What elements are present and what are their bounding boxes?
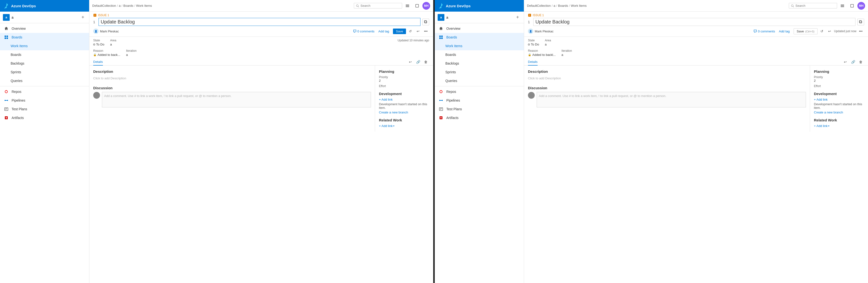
history-button-left[interactable]: ↩ [407, 59, 414, 65]
sidebar-item-repos-left[interactable]: Repos [0, 87, 89, 96]
add-related-link-button-left[interactable]: + Add link ▾ [379, 124, 394, 128]
more-button-left[interactable]: ••• [423, 28, 429, 35]
org-avatar-left[interactable]: a [3, 14, 10, 21]
iteration-value-right[interactable]: a [561, 53, 563, 57]
iteration-value-left[interactable]: a [126, 53, 128, 57]
sidebar-item-queries-right[interactable]: Queries [435, 77, 524, 85]
sidebar-item-boards-right[interactable]: Boards [435, 33, 524, 41]
state-value-right[interactable]: To Do [531, 43, 539, 46]
delete-button-left[interactable]: 🗑 [423, 59, 429, 65]
create-branch-link-left[interactable]: Create a new branch [379, 111, 408, 114]
sidebar-item-backlogs-left[interactable]: Backlogs [0, 59, 89, 68]
comment-input-left[interactable]: Add a comment. Use # to link a work item… [102, 92, 371, 107]
user-avatar-right[interactable]: MH [857, 2, 865, 10]
details-tab-left[interactable]: Details [93, 59, 103, 65]
add-project-button-left[interactable]: + [80, 14, 86, 21]
comments-link-left[interactable]: 0 comments [353, 29, 375, 33]
list-view-button-right[interactable] [838, 1, 847, 10]
breadcrumb-boards-left[interactable]: Boards [123, 4, 133, 7]
state-dot-left [93, 44, 95, 46]
right-col-left: Planning Priority 2 Effort Development +… [375, 65, 433, 132]
field-state-right: State To Do [528, 39, 539, 46]
copy-link-button-right[interactable] [857, 19, 864, 25]
add-project-button-right[interactable]: + [514, 14, 521, 21]
discussion-title-left: Discussion [93, 86, 371, 90]
create-branch-link-right[interactable]: Create a new branch [814, 111, 843, 114]
issue-title-input-right[interactable] [533, 18, 856, 26]
save-button-right[interactable]: Save (Ctrl+S) [794, 28, 817, 34]
user-avatar-left[interactable]: MH [423, 2, 430, 10]
delete-button-right[interactable]: 🗑 [857, 59, 864, 65]
search-input-right[interactable] [796, 4, 835, 7]
sidebar-item-pipelines-left[interactable]: Pipelines [0, 96, 89, 105]
sidebar-item-workitems-right[interactable]: Work Items [435, 41, 524, 50]
add-tag-link-right[interactable]: Add tag [779, 29, 790, 33]
breadcrumb-org-left[interactable]: a [119, 4, 121, 7]
save-button-left[interactable]: Save [393, 29, 406, 34]
sidebar-item-sprints-right[interactable]: Sprints [435, 68, 524, 77]
pipelines-icon-right [439, 98, 443, 103]
add-link-button-left[interactable]: + Add link [379, 98, 393, 101]
sidebar-item-overview-right[interactable]: Overview [435, 24, 524, 33]
sidebar-label-sprints-left: Sprints [11, 70, 21, 74]
issue-meta-row-right: 👤 Mark Pleskac 0 comments Add tag Save (… [524, 27, 868, 37]
refresh-button-left[interactable]: ↺ [407, 28, 414, 35]
sidebar-item-testplans-right[interactable]: Test Plans [435, 105, 524, 113]
development-title-right: Development [814, 92, 864, 96]
history-button-right[interactable]: ↩ [842, 59, 849, 65]
sidebar-item-boards-sub-right[interactable]: Boards [435, 50, 524, 59]
sidebar-item-boards-sub-left[interactable]: Boards [0, 50, 89, 59]
add-tag-link-left[interactable]: Add tag [378, 29, 389, 33]
package-button-right[interactable] [848, 1, 857, 10]
state-value-left[interactable]: To Do [96, 43, 104, 46]
search-input-left[interactable] [361, 4, 400, 7]
breadcrumb-boards-right[interactable]: Boards [558, 4, 568, 7]
details-tab-right[interactable]: Details [528, 59, 537, 65]
sidebar-item-artifacts-right[interactable]: Artifacts [435, 113, 524, 122]
sidebar-item-overview-left[interactable]: Overview [0, 24, 89, 33]
breadcrumb-org-right[interactable]: a [554, 4, 555, 7]
sidebar-item-workitems-left[interactable]: Work Items [0, 41, 89, 50]
priority-value-left[interactable]: 2 [379, 79, 429, 83]
add-related-link-button-right[interactable]: + Add link ▾ [814, 124, 829, 128]
breadcrumb-workitems-right[interactable]: Work Items [571, 4, 587, 7]
refresh-button-right[interactable]: ↺ [818, 28, 825, 35]
link-button-left[interactable]: 🔗 [415, 59, 422, 65]
search-box-right[interactable] [789, 3, 837, 8]
undo-button-right[interactable]: ↩ [826, 28, 833, 35]
sidebar-item-boards-left[interactable]: Boards [0, 33, 89, 41]
sidebar-item-repos-right[interactable]: Repos [435, 87, 524, 96]
svg-rect-19 [406, 6, 409, 7]
org-avatar-right[interactable]: a [438, 14, 444, 21]
sidebar-item-sprints-left[interactable]: Sprints [0, 68, 89, 77]
undo-button-left[interactable]: ↩ [415, 28, 422, 35]
comments-link-right[interactable]: 0 comments [753, 29, 775, 33]
svg-rect-28 [441, 37, 443, 39]
comment-input-right[interactable]: Add a comment. Use # to link a work item… [537, 92, 806, 107]
sidebar-item-artifacts-left[interactable]: Artifacts [0, 113, 89, 122]
breadcrumb-collection-left[interactable]: DefaultCollection [92, 4, 116, 7]
package-button-left[interactable] [413, 1, 422, 10]
issue-title-input-left[interactable] [98, 18, 421, 26]
sidebar-item-queries-left[interactable]: Queries [0, 77, 89, 85]
state-dot-right [528, 44, 530, 46]
breadcrumb-collection-right[interactable]: DefaultCollection [527, 4, 551, 7]
copy-link-button-left[interactable] [423, 19, 429, 25]
add-link-button-right[interactable]: + Add link [814, 98, 828, 101]
sidebar-item-backlogs-right[interactable]: Backlogs [435, 59, 524, 68]
area-value-left[interactable]: a [110, 43, 112, 46]
priority-value-right[interactable]: 2 [814, 79, 864, 83]
breadcrumb-workitems-left[interactable]: Work Items [136, 4, 152, 7]
sidebar-item-testplans-left[interactable]: Test Plans [0, 105, 89, 113]
search-box-left[interactable] [354, 3, 402, 8]
sidebar-label-artifacts-right: Artifacts [446, 116, 459, 120]
list-view-button-left[interactable] [403, 1, 412, 10]
area-value-right[interactable]: a [545, 43, 547, 46]
sidebar-label-testplans-right: Test Plans [446, 107, 462, 111]
more-button-right[interactable]: ••• [857, 28, 864, 35]
link-button-right[interactable]: 🔗 [850, 59, 857, 65]
description-placeholder-left[interactable]: Click to add Description [93, 76, 371, 81]
sidebar-item-pipelines-right[interactable]: Pipelines [435, 96, 524, 105]
description-placeholder-right[interactable]: Click to add Description [528, 76, 806, 81]
related-work-section-left: Related Work + Add link ▾ [379, 118, 429, 128]
